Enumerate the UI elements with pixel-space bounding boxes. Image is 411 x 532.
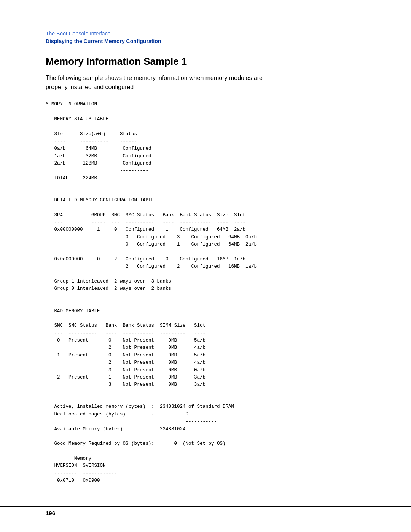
- breadcrumb-top: The Boot Console Interface: [46, 30, 365, 37]
- breadcrumb: The Boot Console Interface Displaying th…: [46, 30, 365, 44]
- page-title: Memory Information Sample 1: [46, 56, 365, 67]
- page: The Boot Console Interface Displaying th…: [0, 0, 411, 532]
- breadcrumb-current: Displaying the Current Memory Configurat…: [46, 38, 365, 44]
- page-number: 196: [46, 510, 55, 516]
- page-footer: 196: [0, 506, 411, 517]
- code-block: MEMORY INFORMATION MEMORY STATUS TABLE S…: [46, 101, 365, 485]
- intro-paragraph: The following sample shows the memory in…: [46, 73, 282, 92]
